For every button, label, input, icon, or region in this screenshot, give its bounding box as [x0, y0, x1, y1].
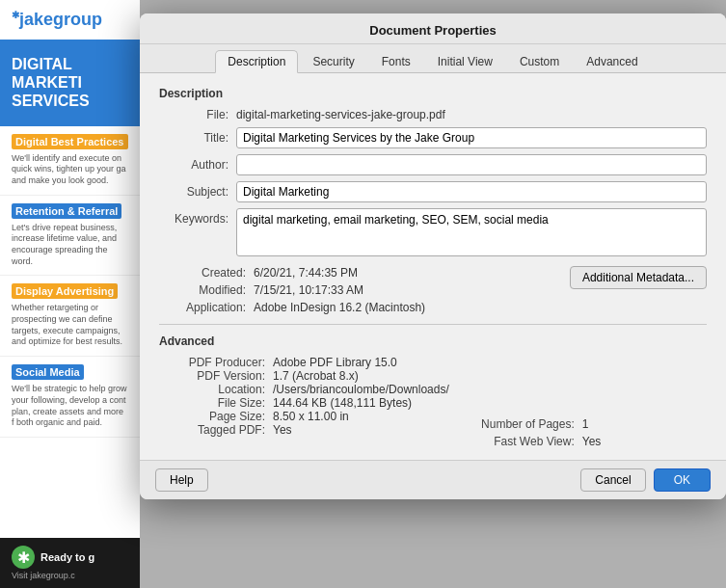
created-label: Created: [159, 266, 246, 280]
additional-metadata-button[interactable]: Additional Metadata... [570, 266, 707, 289]
location-row: Location: /Users/briancoulombe/Downloads… [159, 383, 449, 396]
location-label: Location: [159, 383, 265, 396]
pdf-version-row: PDF Version: 1.7 (Acrobat 8.x) [159, 369, 449, 383]
tagged-pdf-row: Tagged PDF: Yes [159, 423, 449, 437]
modified-label: Modified: [159, 283, 246, 297]
dialog-titlebar: Document Properties [140, 13, 726, 44]
fast-web-row: Fast Web View: Yes [449, 435, 707, 448]
section-divider [159, 324, 707, 325]
dialog-footer: Help Cancel OK [140, 460, 726, 499]
tagged-pdf-label: Tagged PDF: [159, 423, 265, 437]
title-label: Title: [159, 131, 229, 145]
ok-button[interactable]: OK [654, 468, 711, 492]
tab-initial-view[interactable]: Initial View [425, 50, 505, 73]
pdf-producer-label: PDF Producer: [159, 356, 265, 369]
file-size-label: File Size: [159, 396, 265, 410]
metadata-info: Created: 6/20/21, 7:44:35 PM Modified: 7… [159, 266, 570, 314]
description-section-label: Description [159, 87, 707, 100]
fast-web-label: Fast Web View: [449, 435, 575, 448]
page-size-row: Page Size: 8.50 x 11.00 in [159, 410, 449, 423]
dialog-overlay: Document Properties Description Security… [0, 0, 726, 588]
tab-security[interactable]: Security [300, 50, 366, 73]
adv-col-right: Number of Pages: 1 Fast Web View: Yes [449, 356, 707, 448]
dialog-title: Document Properties [369, 23, 496, 38]
tab-advanced[interactable]: Advanced [574, 50, 650, 73]
dialog-body: Description File: digital-marketing-serv… [140, 73, 726, 460]
num-pages-label: Number of Pages: [449, 417, 575, 431]
author-input[interactable] [236, 154, 707, 175]
help-button[interactable]: Help [155, 468, 208, 492]
tab-fonts[interactable]: Fonts [369, 50, 423, 73]
application-row: Application: Adobe InDesign 16.2 (Macint… [159, 301, 570, 314]
subject-input[interactable] [236, 181, 707, 202]
keywords-row: Keywords: digital marketing, email marke… [159, 208, 707, 256]
author-label: Author: [159, 158, 229, 172]
file-size-value: 144.64 KB (148,111 Bytes) [273, 396, 412, 410]
advanced-section-label: Advanced [159, 334, 707, 348]
keywords-label: Keywords: [159, 212, 229, 226]
title-input[interactable] [236, 127, 707, 148]
tab-custom[interactable]: Custom [507, 50, 572, 73]
title-row: Title: [159, 127, 707, 148]
pdf-version-value: 1.7 (Acrobat 8.x) [273, 369, 359, 383]
footer-right-buttons: Cancel OK [580, 468, 711, 492]
document-properties-dialog: Document Properties Description Security… [140, 13, 726, 499]
cancel-button[interactable]: Cancel [580, 468, 645, 492]
tabs-bar: Description Security Fonts Initial View … [140, 44, 726, 73]
metadata-row: Created: 6/20/21, 7:44:35 PM Modified: 7… [159, 266, 707, 314]
page-size-value: 8.50 x 11.00 in [273, 410, 349, 423]
location-value: /Users/briancoulombe/Downloads/ [273, 383, 449, 396]
author-row: Author: [159, 154, 707, 175]
file-row: File: digital-marketing-services-jake-gr… [159, 108, 707, 121]
fast-web-value: Yes [582, 435, 602, 448]
subject-label: Subject: [159, 185, 229, 199]
created-row: Created: 6/20/21, 7:44:35 PM [159, 266, 570, 280]
pdf-version-label: PDF Version: [159, 369, 265, 383]
created-value: 6/20/21, 7:44:35 PM [254, 266, 358, 280]
file-value: digital-marketing-services-jake-group.pd… [236, 108, 707, 121]
modified-row: Modified: 7/15/21, 10:17:33 AM [159, 283, 570, 297]
adv-col-left: PDF Producer: Adobe PDF Library 15.0 PDF… [159, 356, 449, 448]
subject-row: Subject: [159, 181, 707, 202]
page-size-label: Page Size: [159, 410, 265, 423]
pdf-producer-row: PDF Producer: Adobe PDF Library 15.0 [159, 356, 449, 369]
tab-description[interactable]: Description [215, 50, 298, 73]
file-label: File: [159, 108, 229, 121]
num-pages-row: Number of Pages: 1 [449, 417, 707, 431]
num-pages-value: 1 [582, 417, 589, 431]
tagged-pdf-value: Yes [273, 423, 292, 437]
advanced-grid: PDF Producer: Adobe PDF Library 15.0 PDF… [159, 356, 707, 448]
keywords-textarea[interactable]: digital marketing, email marketing, SEO,… [236, 208, 707, 256]
file-size-row: File Size: 144.64 KB (148,111 Bytes) [159, 396, 449, 410]
pdf-producer-value: Adobe PDF Library 15.0 [273, 356, 397, 369]
application-label: Application: [159, 301, 246, 314]
modified-value: 7/15/21, 10:17:33 AM [254, 283, 363, 297]
application-value: Adobe InDesign 16.2 (Macintosh) [254, 301, 425, 314]
